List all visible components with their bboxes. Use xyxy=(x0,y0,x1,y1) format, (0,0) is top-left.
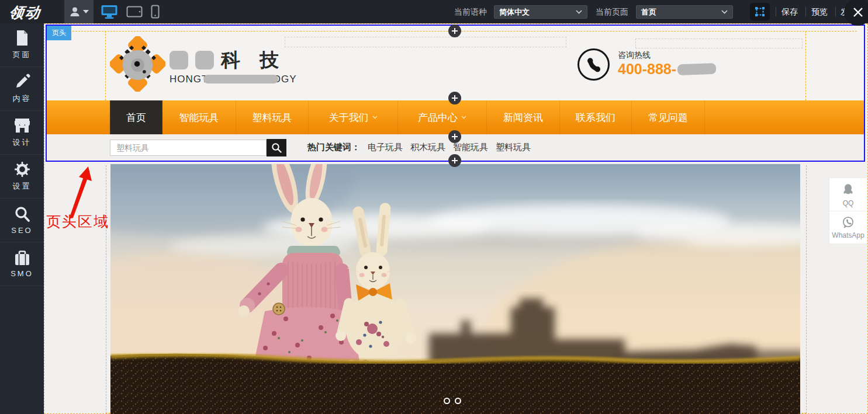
redacted-phone-digits xyxy=(677,63,717,75)
hero-slider[interactable] xyxy=(110,164,800,414)
plus-icon xyxy=(451,95,458,102)
carousel-dot[interactable] xyxy=(444,398,450,404)
top-toolbar: 领动 xyxy=(0,0,868,23)
toolbar-divider xyxy=(805,7,806,16)
sidebar-item-smo[interactable]: SMO xyxy=(0,242,44,286)
device-preview-switch xyxy=(101,0,160,23)
page-canvas: 页头 xyxy=(44,23,868,414)
nav-item-contact[interactable]: 联系我们 xyxy=(560,100,632,134)
toolbar-divider xyxy=(776,7,776,16)
sidebar-item-seo[interactable]: SEO xyxy=(0,199,44,242)
add-section-button[interactable] xyxy=(448,92,461,105)
nav-item-plastic-toys[interactable]: 塑料玩具 xyxy=(236,100,309,134)
user-avatar-icon xyxy=(69,6,81,18)
keyword-link[interactable]: 智能玩具 xyxy=(453,142,488,153)
keyword-link[interactable]: 积木玩具 xyxy=(410,142,445,153)
plus-icon xyxy=(451,133,458,140)
sidebar-item-label: SEO xyxy=(11,226,32,235)
nav-item-label: 智能玩具 xyxy=(179,111,219,124)
chevron-down-icon xyxy=(83,10,89,13)
add-section-button[interactable] xyxy=(448,154,461,167)
region-badge[interactable]: 页头 xyxy=(47,26,71,40)
chevron-down-icon xyxy=(721,10,728,14)
sidebar-item-pages[interactable]: 页面 xyxy=(0,23,44,67)
empty-placeholder[interactable] xyxy=(635,39,803,48)
sidebar-item-content[interactable]: 内容 xyxy=(0,67,44,111)
sidebar-item-label: 内容 xyxy=(13,93,32,104)
hotline-block[interactable]: 咨询热线 400-888- xyxy=(577,48,716,81)
search-input[interactable] xyxy=(110,140,267,156)
plus-icon xyxy=(451,157,458,164)
nav-item-faq[interactable]: 常见问题 xyxy=(632,100,705,134)
page-icon xyxy=(15,30,30,46)
hot-keywords-label: 热门关键词： xyxy=(307,142,360,153)
desktop-preview-button[interactable] xyxy=(101,4,118,19)
editor-window: 领动 xyxy=(0,0,868,414)
page-select[interactable]: 首页 xyxy=(636,5,733,19)
site-nav: 首页 智能玩具 塑料玩具 关于我们 产品中心 新闻资讯 联系我们 常见问题 xyxy=(47,100,864,134)
save-button[interactable]: 保存 xyxy=(781,0,798,23)
search-icon xyxy=(271,142,282,153)
sidebar-item-label: 设置 xyxy=(13,181,32,192)
editor-sidebar: 页面 内容 设计 xyxy=(0,23,44,414)
tablet-preview-button[interactable] xyxy=(126,5,143,18)
add-section-button[interactable] xyxy=(448,25,461,37)
site-logo-text[interactable]: 科 技 HONGTAI TECHNOLOGY xyxy=(170,50,297,85)
gear-icon xyxy=(14,161,30,178)
account-menu[interactable] xyxy=(64,0,94,23)
briefcase-icon xyxy=(14,251,30,266)
sidebar-item-design[interactable]: 设计 xyxy=(0,111,44,155)
sidebar-item-label: 设计 xyxy=(13,137,32,148)
select-region-mode-button[interactable] xyxy=(750,3,770,20)
tablet-icon xyxy=(126,5,143,18)
carousel-dot[interactable] xyxy=(455,398,461,404)
carousel-dots xyxy=(444,398,461,404)
desktop-icon xyxy=(101,4,118,19)
phone-icon xyxy=(577,48,610,81)
contact-widget: QQ WhatsApp xyxy=(829,178,867,244)
mobile-icon xyxy=(151,5,160,19)
redacted-scribble xyxy=(203,75,278,84)
nav-item-products[interactable]: 产品中心 xyxy=(398,100,487,134)
plus-icon xyxy=(451,27,458,34)
close-icon xyxy=(853,7,863,18)
sidebar-item-settings[interactable]: 设置 xyxy=(0,155,44,199)
content-guide-line xyxy=(106,165,106,413)
preview-button[interactable]: 预览 xyxy=(811,0,828,23)
contact-label: QQ xyxy=(843,199,854,207)
language-label: 当前语种 xyxy=(454,0,487,23)
keyword-link[interactable]: 塑料玩具 xyxy=(496,142,531,153)
page-label: 当前页面 xyxy=(596,0,628,23)
nav-item-label: 常见问题 xyxy=(648,111,688,124)
header-region[interactable]: 页头 xyxy=(46,25,865,162)
chevron-down-icon xyxy=(461,116,466,119)
add-section-button[interactable] xyxy=(448,130,461,143)
nav-item-label: 产品中心 xyxy=(418,111,458,124)
qq-icon xyxy=(841,182,856,197)
mobile-preview-button[interactable] xyxy=(151,5,160,19)
qq-contact-button[interactable]: QQ xyxy=(829,178,867,211)
language-select[interactable]: 简体中文 xyxy=(494,5,587,19)
nav-item-smart-toys[interactable]: 智能玩具 xyxy=(162,100,236,134)
hotline-number: 400-888- xyxy=(618,61,676,78)
app-logo: 领动 xyxy=(8,3,43,22)
keyword-link[interactable]: 电子玩具 xyxy=(368,142,403,153)
nav-item-label: 新闻资讯 xyxy=(503,111,543,124)
nav-item-label: 首页 xyxy=(126,111,146,124)
content-guide-line xyxy=(806,165,807,413)
site-logo-mark[interactable] xyxy=(110,36,165,92)
pencil-icon xyxy=(14,74,30,90)
nav-item-home[interactable]: 首页 xyxy=(110,100,162,134)
site-title: 科 技 xyxy=(221,50,286,70)
nav-item-news[interactable]: 新闻资讯 xyxy=(487,100,560,134)
nav-item-about-us[interactable]: 关于我们 xyxy=(309,100,398,134)
hero-image-rabbits xyxy=(110,164,800,414)
chevron-down-icon xyxy=(372,116,378,119)
whatsapp-contact-button[interactable]: WhatsApp xyxy=(829,211,867,243)
dashed-selection-icon xyxy=(755,6,765,17)
empty-placeholder[interactable] xyxy=(285,37,566,47)
annotation-label: 页头区域 xyxy=(46,212,109,231)
search-button[interactable] xyxy=(267,139,286,156)
page-value: 首页 xyxy=(641,7,721,18)
search-icon xyxy=(14,206,30,222)
